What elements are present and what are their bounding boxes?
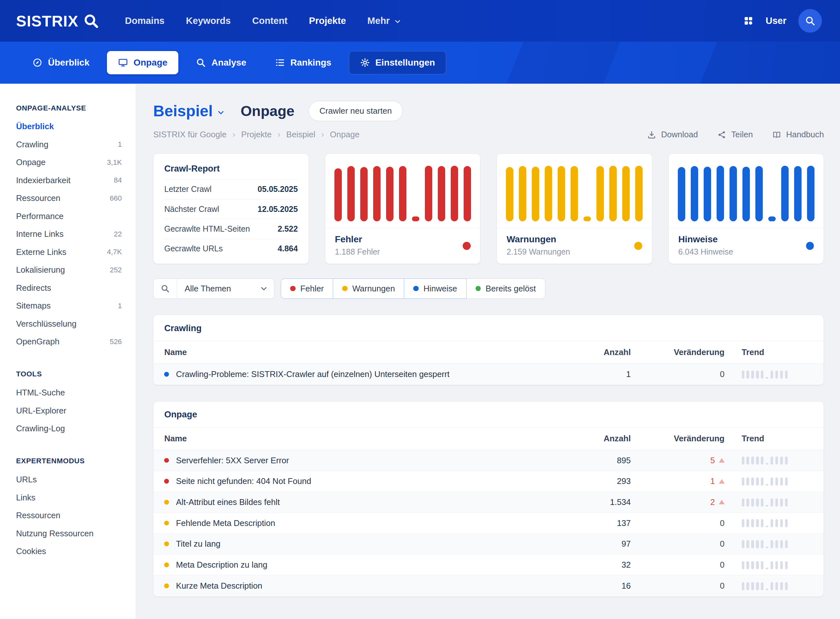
sidebar-item-url-explorer[interactable]: URL-Explorer bbox=[16, 402, 123, 420]
tab-rankings[interactable]: Rankings bbox=[264, 51, 342, 75]
spark-bar bbox=[766, 505, 768, 507]
sidebar-item-sitemaps[interactable]: Sitemaps1 bbox=[16, 297, 123, 315]
table-row[interactable]: Seite nicht gefunden: 404 Not Found2931 bbox=[154, 471, 824, 492]
sidebar-item-html-suche[interactable]: HTML-Suche bbox=[16, 384, 123, 402]
sidebar-item-cookies[interactable]: Cookies bbox=[16, 543, 123, 561]
sidebar-item-label: URLs bbox=[16, 475, 37, 484]
sidebar-section-title: TOOLS bbox=[16, 370, 123, 378]
crawl-report-row: Gecrawlte URLs4.864 bbox=[164, 239, 297, 259]
status-dot bbox=[290, 286, 296, 292]
spark-bar bbox=[761, 456, 764, 465]
filter-toggle-warnungen[interactable]: Warnungen bbox=[333, 278, 405, 299]
report-row-value: 4.864 bbox=[278, 244, 298, 253]
sistrix-logo[interactable]: SISTRIX bbox=[16, 12, 99, 30]
issue-name: Seite nicht gefunden: 404 Not Found bbox=[176, 477, 311, 486]
spark-bar bbox=[785, 456, 788, 465]
sidebar-item-ressourcen[interactable]: Ressourcen bbox=[16, 507, 123, 525]
project-name: Beispiel bbox=[153, 102, 212, 120]
share-icon bbox=[717, 130, 726, 139]
chevron-down-icon bbox=[217, 109, 224, 116]
sidebar-item-performance[interactable]: Performance bbox=[16, 208, 123, 226]
sidebar-item-urls[interactable]: URLs bbox=[16, 471, 123, 489]
table-row[interactable]: Alt-Attribut eines Bildes fehlt1.5342 bbox=[154, 492, 824, 513]
sidebar-item-onpage[interactable]: Onpage3,1K bbox=[16, 154, 123, 172]
crawl-report-rows: Letzter Crawl05.05.2025Nächster Crawl12.… bbox=[164, 179, 297, 259]
spark-bar bbox=[746, 456, 749, 465]
table-row[interactable]: Kurze Meta Description160 bbox=[154, 576, 824, 597]
spark-bar bbox=[785, 498, 788, 507]
breadcrumb-item-beispiel[interactable]: Beispiel bbox=[286, 130, 315, 139]
nav-item-domains[interactable]: Domains bbox=[125, 15, 164, 26]
table-row[interactable]: Meta Description zu lang320 bbox=[154, 555, 824, 576]
topic-filter[interactable]: Alle Themen bbox=[153, 278, 274, 299]
filter-toggle-bereits-gelöst[interactable]: Bereits gelöst bbox=[466, 278, 546, 299]
sidebar-item-crawling[interactable]: Crawling1 bbox=[16, 136, 123, 154]
breadcrumb-item-onpage[interactable]: Onpage bbox=[330, 130, 359, 139]
toggle-label: Fehler bbox=[300, 284, 324, 293]
sidebar-item-externe-links[interactable]: Externe Links4,7K bbox=[16, 243, 123, 262]
sidebar-item-label: Ressourcen bbox=[16, 511, 60, 520]
chart-bar bbox=[729, 166, 737, 221]
sidebar-item-crawling-log[interactable]: Crawling-Log bbox=[16, 420, 123, 438]
tab-einstellungen[interactable]: Einstellungen bbox=[349, 51, 446, 75]
nav-item-mehr[interactable]: Mehr bbox=[367, 15, 401, 26]
filter-toggle-fehler[interactable]: Fehler bbox=[281, 278, 333, 299]
sidebar-item-links[interactable]: Links bbox=[16, 489, 123, 507]
sidebar-item-verschlüsselung[interactable]: Verschlüsselung bbox=[16, 315, 123, 333]
tab-label: Überblick bbox=[48, 57, 90, 68]
sidebar-item-überblick[interactable]: Überblick bbox=[16, 118, 123, 136]
table-row[interactable]: Serverfehler: 5XX Server Error8955 bbox=[154, 450, 824, 471]
apps-grid-icon[interactable] bbox=[743, 15, 754, 26]
topic-select[interactable]: Alle Themen bbox=[177, 284, 274, 293]
table-row[interactable]: Fehlende Meta Description1370 bbox=[154, 513, 824, 534]
issue-name-cell: Meta Description zu lang bbox=[164, 560, 550, 570]
table-row[interactable]: Crawling-Probleme: SISTRIX-Crawler auf (… bbox=[154, 364, 824, 385]
sidebar-item-nutzung-ressourcen[interactable]: Nutzung Ressourcen bbox=[16, 524, 123, 543]
nav-item-keywords[interactable]: Keywords bbox=[186, 15, 231, 26]
change-value: 5 bbox=[710, 456, 715, 465]
sidebar-item-redirects[interactable]: Redirects bbox=[16, 279, 123, 297]
spark-bar bbox=[780, 582, 783, 590]
nav-item-projekte[interactable]: Projekte bbox=[309, 15, 346, 26]
sidebar-item-interne-links[interactable]: Interne Links22 bbox=[16, 225, 123, 243]
project-selector[interactable]: Beispiel bbox=[153, 102, 224, 120]
breadcrumb-separator: › bbox=[278, 130, 280, 139]
issue-name-cell: Alt-Attribut eines Bildes fehlt bbox=[164, 498, 550, 507]
main-content: Beispiel Onpage Crawler neu starten SIST… bbox=[136, 84, 840, 619]
spark-bar bbox=[746, 561, 749, 569]
status-dot bbox=[164, 521, 169, 526]
user-menu[interactable]: User bbox=[766, 15, 787, 26]
breadcrumb-item-projekte[interactable]: Projekte bbox=[241, 130, 272, 139]
table-row[interactable]: Titel zu lang970 bbox=[154, 534, 824, 555]
tab-überblick[interactable]: Überblick bbox=[21, 51, 100, 75]
spark-bar bbox=[780, 371, 783, 379]
report-row-value: 2.522 bbox=[278, 224, 298, 233]
filter-toggle-hinweise[interactable]: Hinweise bbox=[404, 278, 466, 299]
spark-bar bbox=[785, 371, 788, 379]
global-search-button[interactable] bbox=[798, 9, 822, 33]
tab-onpage[interactable]: Onpage bbox=[107, 51, 178, 75]
topic-search-segment[interactable] bbox=[154, 279, 177, 299]
spark-bar bbox=[746, 498, 749, 507]
issue-name-cell: Kurze Meta Description bbox=[164, 581, 550, 591]
download-link[interactable]: Download bbox=[647, 130, 698, 139]
status-dot bbox=[475, 286, 481, 292]
nav-item-content[interactable]: Content bbox=[252, 15, 288, 26]
tab-label: Analyse bbox=[211, 57, 246, 68]
tab-analyse[interactable]: Analyse bbox=[185, 51, 257, 75]
teilen-link[interactable]: Teilen bbox=[717, 130, 753, 139]
status-dot bbox=[164, 583, 169, 588]
chart-bar bbox=[347, 166, 355, 221]
restart-crawler-button[interactable]: Crawler neu starten bbox=[309, 101, 403, 121]
spark-bar bbox=[785, 477, 788, 486]
sidebar-item-indexierbarkeit[interactable]: Indexierbarkeit84 bbox=[16, 172, 123, 190]
sidebar-item-ressourcen[interactable]: Ressourcen660 bbox=[16, 189, 123, 208]
sidebar-item-opengraph[interactable]: OpenGraph526 bbox=[16, 333, 123, 351]
spark-bar bbox=[766, 589, 768, 590]
sidebar-item-lokalisierung[interactable]: Lokalisierung252 bbox=[16, 261, 123, 279]
overview-cards: Crawl-Report Letzter Crawl05.05.2025Näch… bbox=[153, 154, 824, 264]
chart-bar bbox=[768, 217, 776, 221]
handbuch-link[interactable]: Handbuch bbox=[772, 130, 824, 139]
breadcrumb-item-sistrix-für-google[interactable]: SISTRIX für Google bbox=[153, 130, 226, 139]
spark-bar bbox=[751, 371, 754, 379]
